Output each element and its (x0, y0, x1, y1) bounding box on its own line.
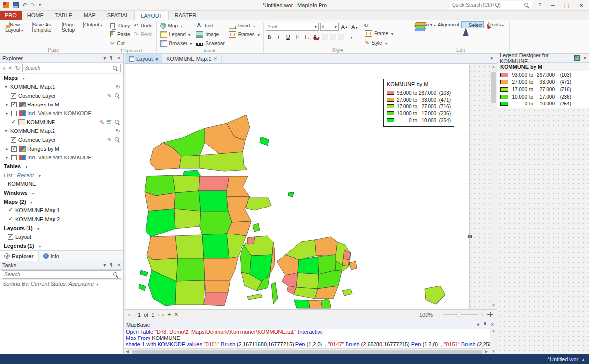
close-panel-icon[interactable]: ✕ (117, 263, 121, 268)
tree-item-table-kommune[interactable]: KOMMUNE (0, 180, 123, 188)
edit-pencil-icon[interactable]: ✎ (107, 137, 112, 143)
close-button[interactable]: ✕ (576, 0, 586, 10)
legend-designer-row[interactable]: 17.000to27.000(716) (497, 86, 589, 93)
tree-item-map1[interactable]: ▾KOMMUNE Map:1↻ (0, 82, 123, 91)
doc-tab-kommune-map1[interactable]: KOMMUNE Map:1✕ (162, 54, 222, 63)
map-refresh-icon[interactable]: ↻ (116, 128, 120, 134)
delete-page-icon[interactable]: ✕ (174, 312, 178, 318)
edit-pencil-icon[interactable]: ✎ (100, 119, 104, 126)
remove-icon[interactable]: ✕ (8, 65, 12, 71)
layer-checkbox[interactable] (11, 111, 17, 116)
page-resize-handle[interactable] (468, 235, 472, 238)
scroll-up-icon[interactable]: ▲ (492, 329, 496, 333)
tab-explorer[interactable]: Explorer (0, 251, 39, 261)
style-dropdown-button[interactable]: ✎Style (363, 38, 395, 47)
insert-scalebar-button[interactable]: Scalebar (194, 39, 226, 48)
line-spacing-button[interactable]: ≡ (346, 33, 353, 41)
pin-icon[interactable] (109, 262, 114, 268)
workspace-name[interactable]: *Untitled.wor (548, 356, 578, 362)
edit-pencil-icon[interactable]: ✎ (107, 93, 112, 99)
page-setup-button[interactable]: Page Setup (56, 21, 80, 33)
expander-icon[interactable]: ▸ (5, 103, 9, 107)
layer-checkbox[interactable] (11, 155, 17, 160)
move-icon[interactable]: + (2, 65, 6, 71)
panel-menu-caret-icon[interactable]: ▼ (476, 322, 481, 327)
quick-search-box[interactable] (450, 1, 532, 9)
window-item-layout[interactable]: Layout (0, 233, 123, 241)
close-panel-icon[interactable]: ✕ (117, 56, 121, 61)
save-as-template-button[interactable]: Save As Template (27, 21, 55, 33)
legend-grid-icon[interactable] (574, 55, 580, 61)
legend-designer-row[interactable]: 27.000to93.000(471) (497, 78, 589, 86)
paste-button[interactable]: Paste (109, 30, 132, 39)
explorer-search-box[interactable] (22, 64, 121, 72)
add-page-icon[interactable]: + (167, 312, 171, 318)
panel-menu-caret-icon[interactable]: ▼ (103, 263, 107, 268)
pin-icon[interactable] (109, 55, 114, 61)
window-checkbox[interactable] (8, 234, 13, 240)
new-layout-button[interactable]: New Layout (2, 21, 26, 33)
fill-style-icon[interactable] (330, 34, 336, 40)
windows-legends-group[interactable]: Legends (1) (0, 241, 123, 250)
layers-icon[interactable] (107, 120, 112, 125)
window-item-map2[interactable]: KOMMUNE Map:2 (0, 215, 123, 224)
search-icon[interactable] (524, 2, 530, 8)
font-size-select[interactable]: 9 (320, 23, 339, 31)
mapbasic-vertical-scrollbar[interactable]: ▲▼ (490, 328, 497, 354)
minimize-button[interactable]: ─ (548, 0, 558, 10)
maximize-button[interactable]: ▢ (562, 0, 572, 10)
tab-spatial[interactable]: SPATIAL (102, 11, 135, 20)
map-legend-frame[interactable]: KOMMUNE by M 93.000to267.000(103) 27.000… (383, 79, 454, 127)
tab-home[interactable]: HOME (22, 11, 50, 20)
layer-checkbox[interactable] (11, 93, 16, 99)
tab-pro[interactable]: PRO (0, 11, 22, 20)
legend-designer-row[interactable]: 10.000to17.000(236) (497, 93, 589, 101)
frames-button[interactable]: Frames (227, 30, 261, 39)
reorder-button[interactable]: Reorder (414, 21, 437, 28)
tasks-sorting-row[interactable]: Sorting By: Current Status, Ascending (0, 280, 123, 287)
quick-search-input[interactable] (452, 2, 522, 8)
scrollbar-thumb[interactable] (132, 350, 482, 354)
caret-up-icon[interactable]: ▲ (581, 357, 585, 362)
scroll-right-icon[interactable]: ▶ (483, 349, 490, 354)
zoom-out-icon[interactable]: − (436, 312, 439, 318)
windows-maps-group[interactable]: Maps (2) (0, 197, 123, 206)
insert-map-button[interactable]: Map (159, 21, 194, 30)
scroll-down-icon[interactable]: ▼ (492, 349, 496, 354)
layer-checkbox[interactable] (11, 146, 17, 152)
tab-info[interactable]: iInfo (39, 251, 64, 261)
zoom-slider[interactable] (443, 314, 478, 315)
window-checkbox[interactable] (8, 217, 13, 222)
tree-item-ranges-1[interactable]: ▸Ranges by M (0, 100, 123, 109)
zoom-in-icon[interactable]: + (481, 312, 484, 318)
zoom-layer-icon[interactable] (114, 119, 120, 125)
scroll-up-icon[interactable]: ▲ (492, 64, 496, 71)
rotate-icon[interactable]: ↻ (363, 23, 368, 28)
legend-designer-row[interactable]: 0to10.000(254) (497, 101, 589, 108)
select-button[interactable]: Select (461, 21, 484, 28)
window-item-map1[interactable]: KOMMUNE Map:1 (0, 206, 123, 215)
close-panel-icon[interactable]: ✕ (490, 322, 494, 327)
tree-item-map2[interactable]: ▾KOMMUNE Map:2↻ (0, 127, 123, 135)
insert-text-button[interactable]: AText (194, 21, 226, 30)
tab-list-caret-icon[interactable]: ▼ (487, 56, 497, 61)
pen-style-icon[interactable] (322, 34, 328, 40)
superscript-button[interactable]: T↑ (294, 33, 301, 41)
explorer-search-input[interactable] (25, 65, 110, 71)
tree-item-kommune-layer[interactable]: KOMMUNE✎ (0, 118, 123, 127)
tree-item-indvalue-1[interactable]: ▸Ind. Value with KOMKODE (0, 109, 123, 118)
mapbasic-horizontal-scrollbar[interactable]: ◀ ▶ (124, 348, 490, 354)
zoom-layer-icon[interactable] (114, 93, 120, 99)
layer-checkbox[interactable] (11, 120, 16, 125)
layout-page[interactable]: KOMMUNE by M 93.000to267.000(103) 27.000… (126, 64, 469, 309)
window-checkbox[interactable] (8, 208, 13, 213)
layer-checkbox[interactable] (11, 137, 16, 143)
tables-list-filter[interactable]: List : Recent (0, 171, 123, 180)
tree-item-ranges-2[interactable]: ▸Ranges by M (0, 144, 123, 153)
tab-map[interactable]: MAP (78, 11, 102, 20)
insert-image-button[interactable]: Image (194, 30, 226, 39)
expander-icon[interactable]: ▾ (4, 85, 8, 89)
map-refresh-icon[interactable]: ↻ (116, 84, 120, 90)
save-icon[interactable] (13, 2, 19, 8)
panel-menu-caret-icon[interactable]: ▼ (103, 56, 107, 61)
